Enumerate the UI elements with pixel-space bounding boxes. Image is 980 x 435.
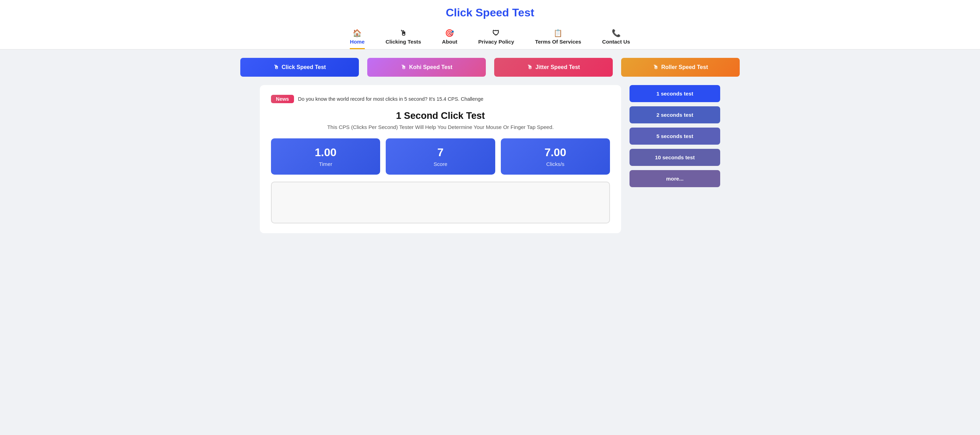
nav-icon-privacy-policy: 🛡 <box>492 29 500 37</box>
mouse-icon-jitter-speed-test: 🖱 <box>527 64 533 70</box>
nav-item-about[interactable]: 🎯 About <box>442 29 457 49</box>
top-btn-click-speed-test[interactable]: 🖱 Click Speed Test <box>240 58 359 77</box>
section-subtitle: This CPS (Clicks Per Second) Tester Will… <box>271 124 610 130</box>
nav-item-contact-us[interactable]: 📞 Contact Us <box>602 29 630 49</box>
nav-label-terms-of-services: Terms Of Services <box>535 39 581 44</box>
sidebar-btn-2s[interactable]: 2 seconds test <box>630 106 720 123</box>
news-text: Do you know the world record for most cl… <box>298 96 484 102</box>
stat-card-clicks-per-second: 7.00 Clicks/s <box>501 138 610 175</box>
news-badge: News <box>271 95 294 103</box>
nav-icon-contact-us: 📞 <box>612 29 621 37</box>
stat-label-timer: Timer <box>277 161 375 167</box>
top-btn-kohi-speed-test[interactable]: 🖱 Kohi Speed Test <box>367 58 486 77</box>
nav-label-home: Home <box>350 39 364 44</box>
top-btn-label-roller-speed-test: Roller Speed Test <box>661 64 708 70</box>
mouse-icon-roller-speed-test: 🖱 <box>653 64 659 70</box>
nav-icon-terms-of-services: 📋 <box>554 29 563 37</box>
nav-label-about: About <box>442 39 457 44</box>
sidebar-btn-more[interactable]: more... <box>630 170 720 187</box>
site-title: Click Speed Test <box>0 6 980 19</box>
nav-icon-home: 🏠 <box>353 29 362 37</box>
main-content: News Do you know the world record for mo… <box>246 85 734 247</box>
sidebar-btn-10s[interactable]: 10 seconds test <box>630 149 720 166</box>
top-buttons-bar: 🖱 Click Speed Test🖱 Kohi Speed Test🖱 Jit… <box>0 49 980 85</box>
click-area[interactable] <box>271 182 610 224</box>
nav-item-privacy-policy[interactable]: 🛡 Privacy Policy <box>478 29 514 49</box>
stat-label-clicks-per-second: Clicks/s <box>506 161 605 167</box>
stat-value-timer: 1.00 <box>277 146 375 159</box>
sidebar-btn-1s[interactable]: 1 seconds test <box>630 85 720 102</box>
stat-value-score: 7 <box>391 146 489 159</box>
stat-card-score: 7 Score <box>386 138 495 175</box>
nav-item-home[interactable]: 🏠 Home <box>350 29 364 49</box>
mouse-icon-click-speed-test: 🖱 <box>274 64 279 70</box>
stat-value-clicks-per-second: 7.00 <box>506 146 605 159</box>
nav-label-privacy-policy: Privacy Policy <box>478 39 514 44</box>
sidebar: 1 seconds test2 seconds test5 seconds te… <box>630 85 720 233</box>
top-btn-label-jitter-speed-test: Jitter Speed Test <box>535 64 580 70</box>
top-btn-roller-speed-test[interactable]: 🖱 Roller Speed Test <box>621 58 740 77</box>
nav-label-clicking-tests: Clicking Tests <box>386 39 421 44</box>
mouse-icon-kohi-speed-test: 🖱 <box>401 64 406 70</box>
top-btn-jitter-speed-test[interactable]: 🖱 Jitter Speed Test <box>494 58 613 77</box>
top-btn-label-kohi-speed-test: Kohi Speed Test <box>409 64 452 70</box>
stat-card-timer: 1.00 Timer <box>271 138 380 175</box>
nav-label-contact-us: Contact Us <box>602 39 630 44</box>
top-btn-label-click-speed-test: Click Speed Test <box>282 64 326 70</box>
nav-icon-clicking-tests: 🖱 <box>400 29 407 37</box>
stats-row: 1.00 Timer7 Score7.00 Clicks/s <box>271 138 610 175</box>
nav-item-clicking-tests[interactable]: 🖱 Clicking Tests <box>386 29 421 49</box>
stat-label-score: Score <box>391 161 489 167</box>
main-nav: 🏠 Home🖱 Clicking Tests🎯 About🛡 Privacy P… <box>0 25 980 49</box>
section-title: 1 Second Click Test <box>271 110 610 121</box>
sidebar-btn-5s[interactable]: 5 seconds test <box>630 128 720 144</box>
site-header: Click Speed Test 🏠 Home🖱 Clicking Tests🎯… <box>0 0 980 49</box>
nav-item-terms-of-services[interactable]: 📋 Terms Of Services <box>535 29 581 49</box>
nav-icon-about: 🎯 <box>445 29 454 37</box>
content-card: News Do you know the world record for mo… <box>260 85 621 233</box>
news-bar: News Do you know the world record for mo… <box>271 95 610 103</box>
